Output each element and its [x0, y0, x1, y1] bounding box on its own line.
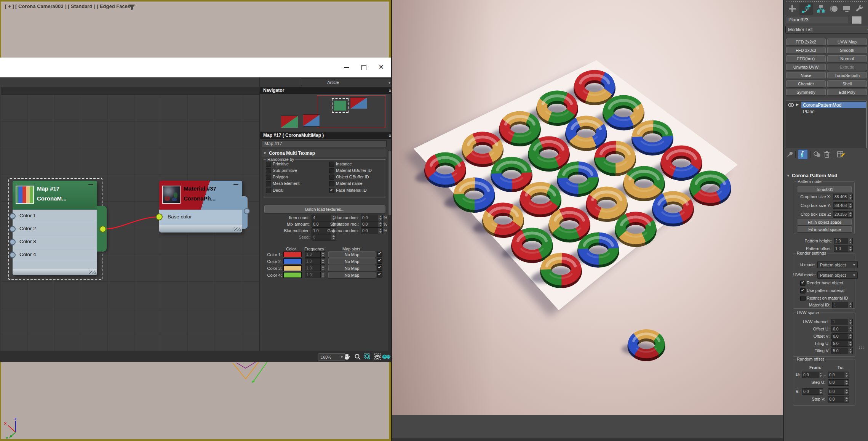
- render-viewport[interactable]: [391, 0, 783, 441]
- tab-utilities[interactable]: [854, 3, 865, 14]
- collapse-node-icon[interactable]: [233, 184, 238, 185]
- checkbox-mesh-element[interactable]: [266, 181, 271, 186]
- map-input-socket-color2[interactable]: [10, 226, 16, 232]
- checkbox-material-gbuffer[interactable]: [329, 168, 334, 173]
- pattern-offset-spinner[interactable]: 1.0: [834, 245, 853, 252]
- window-maximize-button[interactable]: [356, 62, 371, 73]
- color2-enable-checkbox[interactable]: [377, 258, 382, 264]
- fit-world-space-button[interactable]: Fit in world space: [798, 226, 852, 233]
- stack-row-plane[interactable]: Plane: [803, 109, 864, 115]
- spinner-arrows[interactable]: [844, 389, 849, 394]
- filter-funnel-icon[interactable]: [128, 4, 136, 13]
- visibility-eye-icon[interactable]: [788, 103, 794, 107]
- offset-u-spinner[interactable]: 0.0: [831, 326, 853, 332]
- pattern-height-spinner[interactable]: 2.0: [834, 238, 853, 244]
- spinner-arrows[interactable]: [844, 380, 849, 385]
- pattern-node-button[interactable]: Torus001: [798, 186, 852, 193]
- map-input-socket-color1[interactable]: [10, 213, 16, 219]
- map-output-socket[interactable]: [99, 226, 106, 233]
- node-resize-grip[interactable]: [89, 271, 96, 274]
- pan-to-selected-icon[interactable]: [386, 353, 391, 362]
- collapse-node-icon[interactable]: [88, 184, 93, 185]
- step-v-spinner[interactable]: 0.0: [828, 396, 849, 403]
- render-base-object-checkbox[interactable]: [800, 281, 806, 286]
- checkbox-polygon[interactable]: [266, 175, 271, 180]
- spinner-arrows[interactable]: [320, 252, 325, 257]
- material-node-header[interactable]: Material #37 CoronaPh...: [159, 181, 242, 210]
- u-from-spinner[interactable]: 0.0: [802, 372, 823, 378]
- node-resize-grip[interactable]: [234, 228, 241, 231]
- spinner-arrows[interactable]: [320, 258, 325, 264]
- spinner-arrows[interactable]: [848, 326, 852, 332]
- map-slot-color2[interactable]: Color 2: [19, 226, 36, 231]
- map-slot-color4[interactable]: Color 4: [19, 252, 36, 257]
- u-to-spinner[interactable]: 0.0: [828, 372, 849, 378]
- navigator-thumb-material-red-blue[interactable]: [350, 97, 367, 109]
- step-u-spinner[interactable]: 0.0: [828, 379, 849, 386]
- node-view-tabstrip[interactable]: [1, 87, 259, 95]
- spinner-arrows[interactable]: [848, 246, 852, 252]
- checkbox-primitive[interactable]: [266, 162, 271, 167]
- spinner-arrows[interactable]: [848, 203, 852, 208]
- pan-tool-icon[interactable]: [343, 353, 351, 362]
- modifier-button-shell[interactable]: Shell: [827, 80, 867, 87]
- fit-object-space-button[interactable]: Fit in object space: [798, 219, 852, 225]
- navigator-thumb-map-red-blue[interactable]: [303, 114, 320, 127]
- saturation-rnd-spinner[interactable]: 0.0: [361, 221, 383, 228]
- color4-frequency-spinner[interactable]: 1.0: [305, 272, 325, 278]
- map-input-socket-color4[interactable]: [10, 252, 16, 258]
- object-name-field[interactable]: Plane323: [786, 16, 849, 23]
- modifier-button-noise[interactable]: Noise: [786, 72, 826, 79]
- crop-y-spinner[interactable]: 88.408: [833, 202, 853, 209]
- checkbox-instance[interactable]: [329, 162, 334, 167]
- tab-hierarchy[interactable]: [815, 3, 826, 14]
- color2-swatch[interactable]: [283, 258, 302, 264]
- configure-modifier-sets-icon[interactable]: [837, 151, 845, 158]
- tab-modify[interactable]: [799, 3, 813, 15]
- color1-swatch[interactable]: [283, 252, 302, 257]
- modifier-button-chamfer[interactable]: Chamfer: [786, 80, 826, 87]
- navigator-thumb-map-red-green[interactable]: [281, 115, 298, 128]
- crop-z-spinner[interactable]: 20.356: [833, 211, 853, 218]
- hue-random-spinner[interactable]: 0.0: [361, 215, 383, 221]
- node-map17[interactable]: Map #17 CoronaM... Color 1 Color 2 Color…: [13, 181, 97, 275]
- checkbox-decal[interactable]: [266, 188, 271, 193]
- color3-map-button[interactable]: No Map: [328, 265, 376, 271]
- stack-row-coronapatternmod[interactable]: ▶ CoronaPatternMod: [786, 102, 866, 108]
- make-unique-icon[interactable]: [813, 151, 822, 158]
- spinner-arrows[interactable]: [848, 302, 852, 308]
- stack-selected-highlight[interactable]: CoronaPatternMod: [801, 102, 866, 108]
- zoom-level-dropdown[interactable]: 160%: [318, 353, 345, 361]
- spinner-arrows[interactable]: [378, 228, 382, 234]
- material-input-socket[interactable]: [156, 213, 163, 220]
- uvw-mode-dropdown[interactable]: Pattern object: [817, 271, 858, 279]
- viewport-top-left[interactable]: [ + ] [ Corona Camera003 ] [ Standard ] …: [0, 0, 391, 58]
- spinner-arrows[interactable]: [848, 238, 852, 244]
- modifier-list-dropdown[interactable]: Modifier List: [785, 26, 868, 34]
- batch-load-textures-button[interactable]: Batch load textures...: [264, 205, 385, 213]
- spinner-arrows[interactable]: [331, 234, 336, 240]
- remove-modifier-trash-icon[interactable]: [823, 151, 830, 158]
- window-minimize-button[interactable]: [339, 62, 353, 73]
- object-color-swatch[interactable]: [852, 16, 862, 24]
- zoom-region-tool-icon[interactable]: [364, 353, 371, 362]
- restrict-material-id-checkbox[interactable]: [800, 296, 806, 301]
- v-from-spinner[interactable]: 0.0: [802, 388, 823, 395]
- modifier-button-smooth[interactable]: Smooth: [827, 47, 867, 54]
- viewport-bottom-left[interactable]: z x y: [0, 362, 391, 441]
- color4-enable-checkbox[interactable]: [377, 272, 382, 277]
- color1-map-button[interactable]: No Map: [328, 251, 376, 258]
- navigator-thumb-selected-node[interactable]: [332, 98, 348, 113]
- panel-drag-handle[interactable]: [786, 1, 866, 2]
- material-slot-basecolor[interactable]: Base color: [168, 214, 192, 220]
- zoom-tool-icon[interactable]: [354, 353, 361, 362]
- checkbox-sub-primitive[interactable]: [266, 168, 271, 173]
- modifier-button-normal[interactable]: Normal: [827, 55, 867, 62]
- navigator-header[interactable]: Navigator x: [260, 87, 394, 94]
- spinner-arrows[interactable]: [818, 372, 823, 378]
- spinner-arrows[interactable]: [320, 272, 325, 278]
- modifier-button-ffd2x2x2[interactable]: FFD 2x2x2: [786, 38, 826, 45]
- modifier-button-ffd3x3x3[interactable]: FFD 3x3x3: [786, 47, 826, 54]
- material-id-spinner[interactable]: 1: [832, 302, 853, 308]
- seed-spinner[interactable]: 0: [312, 234, 336, 241]
